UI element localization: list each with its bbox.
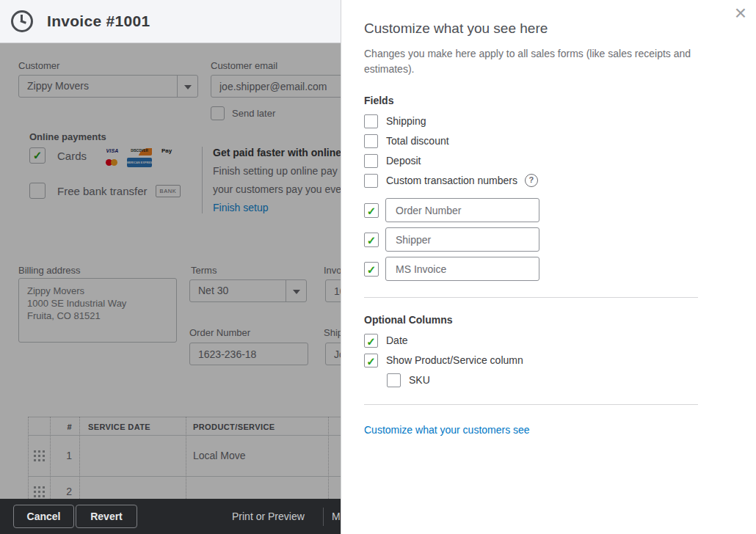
billing-address-label: Billing address xyxy=(18,265,81,276)
column-divider xyxy=(186,417,186,499)
date-label: Date xyxy=(386,334,408,346)
field-row-shipping: Shipping xyxy=(364,114,756,128)
shipping-to-label: Shipp xyxy=(324,327,341,338)
optional-row-sku: SKU xyxy=(387,373,756,387)
card-brand-icons: VISA DISCOVER Pay AMERICAN EXPRESS xyxy=(100,146,179,167)
show-product-service-checkbox[interactable] xyxy=(364,354,378,367)
mastercard-icon xyxy=(100,158,125,167)
send-later-checkbox[interactable] xyxy=(211,106,225,120)
optional-row-date: Date xyxy=(364,333,756,348)
shipping-checkbox[interactable] xyxy=(364,114,378,128)
free-bank-checkbox[interactable] xyxy=(29,183,46,199)
get-paid-title: Get paid faster with online xyxy=(213,147,341,158)
section-divider xyxy=(364,297,698,298)
terms-label: Terms xyxy=(191,265,217,276)
invoice-date-label: Invoi xyxy=(324,265,341,276)
get-paid-callout: Get paid faster with online Finish setti… xyxy=(202,147,341,213)
col-header-service-date: SERVICE DATE xyxy=(88,423,150,431)
line-items-table: # SERVICE DATE PRODUCT/SERVICE 1 Local M… xyxy=(0,417,341,499)
online-payments-label: Online payments xyxy=(29,131,106,142)
drag-handle-icon[interactable] xyxy=(34,450,36,453)
total-discount-checkbox[interactable] xyxy=(364,134,378,148)
get-paid-line2: your customers pay you eve xyxy=(213,183,341,195)
shipping-label: Shipping xyxy=(386,115,426,127)
cards-checkbox[interactable] xyxy=(29,147,46,164)
chevron-down-icon[interactable] xyxy=(286,280,306,301)
order-number-field-checkbox[interactable] xyxy=(364,203,379,218)
date-checkbox[interactable] xyxy=(364,334,378,348)
custom-transaction-numbers-label: Custom transaction numbers xyxy=(386,175,517,186)
invoice-title: Invoice #1001 xyxy=(47,0,150,42)
table-border xyxy=(28,435,341,436)
apple-pay-icon: Pay xyxy=(154,146,179,156)
terms-value: Net 30 xyxy=(190,280,286,301)
invoice-date-input[interactable] xyxy=(325,279,341,302)
clock-history-icon xyxy=(11,10,33,32)
optional-row-product-service: Show Product/Service column xyxy=(364,353,756,367)
cards-label: Cards xyxy=(57,150,87,162)
custom-transaction-numbers-checkbox[interactable] xyxy=(364,174,378,188)
customer-dropdown[interactable]: Zippy Movers xyxy=(18,75,198,98)
custom-field-row xyxy=(364,198,756,222)
order-number-field-input[interactable] xyxy=(385,198,539,222)
table-border xyxy=(28,476,341,477)
amex-icon: AMERICAN EXPRESS xyxy=(127,158,152,167)
section-divider xyxy=(364,404,698,405)
print-or-preview-button[interactable]: Print or Preview xyxy=(232,499,305,534)
column-divider xyxy=(79,417,80,499)
send-later-row: Send later xyxy=(211,106,275,120)
revert-button[interactable]: Revert xyxy=(76,505,137,528)
deposit-label: Deposit xyxy=(386,155,421,167)
order-number-label: Order Number xyxy=(189,327,250,338)
order-number-input[interactable] xyxy=(189,343,308,365)
invoice-action-bar: Cancel Revert Print or Preview Ma xyxy=(0,499,341,534)
drag-handle-icon[interactable] xyxy=(34,486,36,489)
footer-divider xyxy=(323,508,324,526)
shipper-field-input[interactable] xyxy=(385,227,539,252)
cancel-button[interactable]: Cancel xyxy=(13,505,74,528)
shipper-field-checkbox[interactable] xyxy=(364,233,379,247)
terms-dropdown[interactable]: Net 30 xyxy=(189,279,307,302)
customer-email-input[interactable] xyxy=(211,75,341,98)
row-number: 1 xyxy=(50,450,72,461)
billing-line: 1000 SE Industrial Way xyxy=(27,297,168,310)
chevron-down-icon[interactable] xyxy=(177,76,197,97)
billing-address-textarea[interactable]: Zippy Movers 1000 SE Industrial Way Frui… xyxy=(18,278,177,343)
panel-title: Customize what you see here xyxy=(364,21,756,37)
discover-icon: DISCOVER xyxy=(127,146,152,156)
sku-checkbox[interactable] xyxy=(387,373,401,387)
finish-setup-link[interactable]: Finish setup xyxy=(213,202,341,213)
help-icon[interactable]: ? xyxy=(525,174,538,187)
invoice-form-pane: Invoice #1001 Customer Zippy Movers Cust… xyxy=(0,0,341,534)
field-row-custom-transaction-numbers: Custom transaction numbers ? xyxy=(364,173,756,188)
close-icon[interactable]: × xyxy=(735,3,746,23)
field-row-deposit: Deposit xyxy=(364,153,756,168)
customer-label: Customer xyxy=(18,60,59,71)
panel-description: Changes you make here apply to all sales… xyxy=(364,46,700,77)
shipping-input[interactable] xyxy=(325,343,341,365)
customize-customers-link[interactable]: Customize what your customers see xyxy=(364,424,756,436)
customer-value: Zippy Movers xyxy=(19,76,177,97)
billing-line: Fruita, CO 81521 xyxy=(27,310,168,322)
custom-field-row xyxy=(364,257,756,281)
row-number: 2 xyxy=(50,486,72,497)
deposit-checkbox[interactable] xyxy=(364,154,378,168)
sku-label: SKU xyxy=(409,374,430,386)
col-header-number: # xyxy=(50,423,72,431)
total-discount-label: Total discount xyxy=(386,135,449,147)
free-bank-label: Free bank transfer xyxy=(57,185,148,197)
ms-invoice-field-input[interactable] xyxy=(385,257,539,281)
ms-invoice-field-checkbox[interactable] xyxy=(364,262,379,277)
make-recurring-button[interactable]: Ma xyxy=(332,499,341,534)
fields-heading: Fields xyxy=(364,95,756,106)
bank-badge: BANK xyxy=(156,185,181,197)
field-row-total-discount: Total discount xyxy=(364,134,756,148)
free-bank-row: Free bank transfer BANK xyxy=(29,183,181,199)
visa-icon: VISA xyxy=(100,146,125,156)
send-later-label: Send later xyxy=(232,108,275,119)
app-window: Invoice #1001 Customer Zippy Movers Cust… xyxy=(0,0,756,534)
show-product-service-label: Show Product/Service column xyxy=(386,354,523,366)
row-product[interactable]: Local Move xyxy=(193,450,246,461)
column-divider xyxy=(28,417,29,499)
customize-panel: × Customize what you see here Changes yo… xyxy=(341,0,756,534)
